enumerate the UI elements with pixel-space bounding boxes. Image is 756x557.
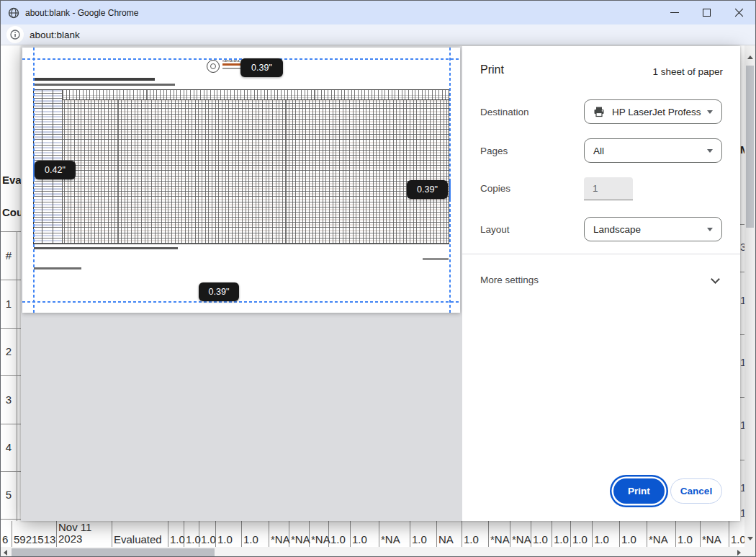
emblem-subtitle-line: [222, 68, 241, 69]
document-subtitle-line: [34, 84, 175, 86]
bg-table-border: [17, 231, 17, 521]
more-settings-label: More settings: [480, 275, 539, 285]
bg-table-border: [1, 471, 21, 472]
copies-label: Copies: [480, 183, 510, 194]
horizontal-scrollbar[interactable]: [1, 547, 746, 557]
table-cell: *NA: [510, 521, 531, 547]
pages-value: All: [593, 146, 701, 156]
page-info-button[interactable]: [6, 26, 24, 43]
scroll-down-icon[interactable]: [747, 537, 753, 540]
browser-window: about:blank - Google Chrome about:blank …: [0, 0, 756, 557]
print-preview-area: KARNATAKA: [21, 46, 462, 521]
document-data-grid: [33, 89, 449, 244]
globe-icon: [8, 7, 19, 19]
cancel-button[interactable]: Cancel: [670, 478, 722, 504]
table-cell: 1.0: [462, 521, 489, 547]
omnibox-url[interactable]: about:blank: [30, 30, 80, 40]
margin-chip-left[interactable]: 0.42": [35, 161, 76, 179]
margin-chip-top[interactable]: 0.39": [240, 58, 283, 77]
minimize-icon: [670, 12, 679, 13]
right-margin-handle[interactable]: [449, 180, 451, 199]
table-cell: 1.0: [593, 521, 620, 547]
vertical-scrollbar-thumb[interactable]: [746, 66, 754, 228]
table-cell: 1.0: [168, 521, 184, 547]
bg-table-border: [1, 519, 21, 520]
table-cell: 1.0: [676, 521, 701, 547]
table-cell: 1.0: [531, 521, 552, 547]
bg-table-border: [1, 424, 21, 424]
table-cell: 1.0: [571, 521, 593, 547]
table-cell: 1.0: [216, 521, 242, 547]
table-cell: 1.0: [242, 521, 269, 547]
bottom-margin-guide[interactable]: [22, 301, 460, 303]
table-cell: 1.0: [351, 521, 379, 547]
destination-label: Destination: [480, 107, 529, 117]
info-icon: [10, 30, 20, 40]
scroll-right-icon[interactable]: [737, 550, 741, 556]
layout-label: Layout: [480, 224, 510, 235]
panel-divider: [462, 254, 740, 254]
copies-input[interactable]: [584, 177, 633, 200]
layout-value: Landscape: [593, 224, 701, 235]
table-cell: 1.0: [620, 521, 647, 547]
row-number-cell: 2: [1, 345, 17, 357]
table-cell: *NA: [379, 521, 410, 547]
close-button[interactable]: [723, 1, 755, 24]
row-number-cell: 5: [1, 489, 17, 501]
print-dialog: KARNATAKA: [21, 46, 740, 521]
margin-chip-right[interactable]: 0.39": [407, 180, 448, 199]
titlebar: about:blank - Google Chrome: [1, 1, 755, 24]
pages-label: Pages: [480, 146, 508, 156]
document-title-line: [34, 78, 155, 81]
scroll-left-icon[interactable]: [4, 550, 7, 556]
page-content-area: Eva Cou #12345 M311111 65921513Nov 11 20…: [1, 45, 755, 556]
dropdown-caret-icon: [707, 228, 713, 231]
print-button[interactable]: Print: [613, 478, 665, 504]
table-cell: *NA: [269, 521, 289, 547]
table-cell: *NA: [310, 521, 329, 547]
bg-table-border: [1, 375, 21, 376]
maximize-button[interactable]: [690, 1, 723, 24]
horizontal-scrollbar-thumb[interactable]: [12, 548, 215, 556]
table-cell: Evaluated: [112, 521, 168, 547]
url-bar: about:blank: [1, 24, 755, 45]
close-icon: [734, 8, 744, 17]
minimize-button[interactable]: [658, 1, 690, 24]
table-cell: 1.0: [184, 521, 199, 547]
bg-table-border: [1, 231, 21, 232]
more-settings-row[interactable]: More settings: [462, 269, 740, 291]
table-cell: 1.0: [552, 521, 571, 547]
dialog-title: Print: [480, 63, 504, 76]
left-margin-guide[interactable]: [33, 48, 35, 313]
document-footnote-line: [34, 247, 178, 249]
row-number-cell: #: [1, 249, 17, 262]
window-title: about:blank - Google Chrome: [25, 8, 138, 18]
bg-table-border: [1, 280, 21, 280]
sheet-count-label: 1 sheet of paper: [652, 66, 723, 77]
bg-table-bottom-row: 65921513Nov 11 2023Evaluated1.01.01.01.0…: [1, 521, 756, 547]
printer-icon: [593, 106, 605, 117]
document-registrar-line: [423, 258, 449, 260]
table-cell: NA: [437, 521, 462, 547]
vertical-scrollbar[interactable]: [744, 45, 755, 547]
table-cell: 1.0: [199, 521, 216, 547]
document-signature-line: [34, 267, 81, 269]
row-number-cell: 3: [1, 393, 17, 406]
table-cell: *NA: [289, 521, 310, 547]
layout-select[interactable]: Landscape: [584, 217, 722, 241]
bg-table-border: [1, 328, 21, 329]
bg-heading-fragment: Cou: [2, 206, 23, 218]
margin-chip-bottom[interactable]: 0.39": [199, 282, 239, 301]
scroll-up-icon[interactable]: [747, 55, 753, 59]
preview-page: KARNATAKA: [22, 48, 460, 313]
table-cell: Nov 11 2023: [57, 521, 112, 547]
grid-header-row: [63, 90, 449, 100]
pages-select[interactable]: All: [584, 138, 722, 163]
table-cell: 1.0: [410, 521, 437, 547]
chevron-down-icon: [711, 275, 720, 284]
row-number-cell: 1: [1, 298, 17, 310]
destination-select[interactable]: HP LaserJet Professional: [584, 99, 722, 124]
row-number-cell: 4: [1, 441, 17, 453]
print-settings-panel: Print 1 sheet of paper Destination HP La…: [462, 46, 740, 521]
dropdown-caret-icon: [707, 149, 713, 153]
